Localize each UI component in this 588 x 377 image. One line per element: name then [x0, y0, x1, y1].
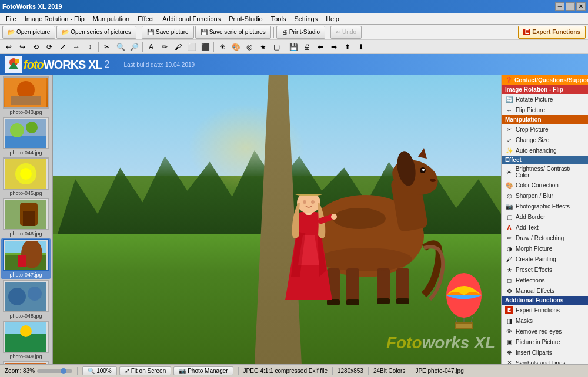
main-toolbar: 📂 Open picture 📂 Open series of pictures…	[0, 25, 588, 40]
down-icon-btn[interactable]: ⬇	[355, 41, 368, 53]
folder-open-icon: 📂	[8, 29, 15, 35]
maximize-button[interactable]: □	[566, 2, 575, 11]
list-item[interactable]: photo-050.jpg	[1, 361, 51, 364]
thumbnail-label: photo-044.jpg	[9, 149, 42, 156]
list-item[interactable]: photo-049.jpg	[1, 321, 51, 360]
menu-help[interactable]: Help	[322, 14, 343, 23]
list-item[interactable]: photo-047.jpg	[1, 238, 51, 279]
masks-item[interactable]: ◨ Masks	[502, 315, 588, 326]
picture-in-picture-item[interactable]: ▣ Picture in Picture	[502, 336, 588, 347]
up-icon-btn[interactable]: ⬆	[341, 41, 354, 53]
resize-icon-btn[interactable]: ⤢	[56, 41, 69, 53]
zoom-100-button[interactable]: 🔍 100%	[82, 366, 117, 375]
expert-functions-item[interactable]: E Expert Functions	[502, 305, 588, 315]
crop-picture-item[interactable]: ✂ Crop Picture	[502, 124, 588, 134]
select-icon-btn[interactable]: ⬜	[185, 41, 198, 53]
window-controls[interactable]: ─ □ ✕	[555, 2, 586, 11]
list-item[interactable]: photo-043.jpg	[1, 76, 51, 116]
auto-enhancing-item[interactable]: ✨ Auto enhancing	[502, 145, 588, 156]
list-item[interactable]: photo-044.jpg	[1, 117, 51, 156]
open-picture-button[interactable]: 📂 Open picture	[2, 26, 55, 39]
rotate-picture-item[interactable]: 🔄 Rotate Picture	[502, 94, 588, 105]
menu-tools[interactable]: Tools	[268, 14, 290, 23]
thumbnail-image	[3, 117, 49, 149]
svg-point-41	[430, 179, 436, 182]
list-item[interactable]: photo-046.jpg	[1, 198, 51, 237]
draw-retouching-item[interactable]: ✏ Draw / Retouching	[502, 233, 588, 243]
sharpen-icon-btn[interactable]: ◎	[243, 41, 256, 53]
red-eye-icon: 👁	[505, 327, 513, 335]
list-item[interactable]: photo-045.jpg	[1, 157, 51, 197]
photographic-effects-item[interactable]: 📷 Photographic Effects	[502, 201, 588, 211]
menu-print-studio[interactable]: Print-Studio	[225, 14, 266, 23]
menu-image-rotation[interactable]: Image Rotation - Flip	[21, 14, 88, 23]
open-series-button[interactable]: 📂 Open series of pictures	[56, 26, 136, 39]
sharpen-blur-item[interactable]: ◎ Sharpen / Blur	[502, 190, 588, 201]
flip-h-icon-btn[interactable]: ↔	[70, 41, 83, 53]
undo-icon: ↩	[336, 29, 340, 35]
print2-icon-btn[interactable]: 🖨	[300, 41, 313, 53]
prev-icon-btn[interactable]: ⬅	[314, 41, 327, 53]
save-series-button[interactable]: 💾 Save serie of pictures	[195, 26, 271, 39]
status-separator-2	[238, 367, 239, 375]
preset-effects-item[interactable]: ★ Preset Effects	[502, 264, 588, 275]
save-picture-button[interactable]: 💾 Save picture	[142, 26, 194, 39]
reflections-item[interactable]: ◻ Reflections	[502, 275, 588, 285]
flip-v-icon-btn[interactable]: ↕	[83, 41, 96, 53]
text-icon-btn[interactable]: A	[145, 41, 158, 53]
create-painting-item[interactable]: 🖌 Create Painting	[502, 254, 588, 264]
status-separator-3	[332, 367, 333, 375]
rotate-left-icon-btn[interactable]: ⟲	[29, 41, 42, 53]
thumbnail-image	[3, 198, 49, 230]
expert-functions-button[interactable]: E Expert Functions	[518, 26, 586, 39]
brightness-icon-btn[interactable]: ☀	[216, 41, 229, 53]
manual-effects-item[interactable]: ⚙ Manual Effects	[502, 285, 588, 296]
save2-icon-btn[interactable]: 💾	[287, 41, 300, 53]
color-correction-item[interactable]: 🎨 Color Correction	[502, 180, 588, 190]
undo-button[interactable]: ↩ Undo	[330, 26, 362, 39]
print-studio-button[interactable]: 🖨 Print-Studio	[276, 26, 325, 39]
add-border-item[interactable]: ▢ Add Border	[502, 211, 588, 222]
status-bar: Zoom: 83% 🔍 100% ⤢ Fit on Screen 📷 Photo…	[0, 364, 588, 377]
logo-icon	[5, 56, 22, 73]
redo-icon-btn[interactable]: ↪	[16, 41, 29, 53]
flip-picture-item[interactable]: ↔ Flip Picture	[502, 105, 588, 115]
undo-icon-btn[interactable]: ↩	[2, 41, 15, 53]
color-icon-btn[interactable]: 🎨	[229, 41, 242, 53]
border-icon-btn[interactable]: ▢	[270, 41, 283, 53]
menu-additional-functions[interactable]: Additional Functions	[159, 14, 224, 23]
photo-manager-button[interactable]: 📷 Photo Manager	[173, 366, 233, 375]
draw-icon-btn[interactable]: ✏	[158, 41, 171, 53]
symbols-lines-item[interactable]: ⧖ Symbols and Lines	[502, 358, 588, 364]
insert-cliparts-item[interactable]: ❋ Insert Cliparts	[502, 347, 588, 358]
next-icon-btn[interactable]: ➡	[328, 41, 340, 53]
morph-picture-item[interactable]: ◑ Morph Picture	[502, 243, 588, 254]
zoom-out-icon-btn[interactable]: 🔎	[128, 41, 141, 53]
close-button[interactable]: ✕	[576, 2, 586, 11]
zoom-in-icon-btn[interactable]: 🔍	[114, 41, 127, 53]
minimize-button[interactable]: ─	[555, 2, 564, 11]
menu-settings[interactable]: Settings	[290, 14, 321, 23]
thumbnail-sidebar[interactable]: photo-043.jpg photo-044.jpg photo-045.jp…	[0, 75, 53, 364]
menu-effect[interactable]: Effect	[134, 14, 158, 23]
brightness-item[interactable]: ☀ Brightness/ Contrast/ Color	[502, 164, 588, 180]
add-text-item[interactable]: A Add Text	[502, 222, 588, 233]
brush-icon-btn[interactable]: 🖌	[172, 41, 185, 53]
menu-file[interactable]: File	[2, 14, 20, 23]
zoom-slider[interactable]	[37, 369, 72, 373]
status-separator-1	[77, 367, 78, 375]
list-item[interactable]: photo-048.jpg	[1, 280, 51, 319]
remove-red-eyes-item[interactable]: 👁 Remove red eyes	[502, 326, 588, 336]
zoom-thumb[interactable]	[61, 368, 66, 374]
contact-header[interactable]: ❓ Contact/Questions/Support	[502, 75, 588, 85]
menu-manipulation[interactable]: Manipulation	[89, 14, 133, 23]
fit-screen-button[interactable]: ⤢ Fit on Screen	[119, 366, 171, 375]
thumbnail-image	[3, 280, 49, 312]
effects-icon-btn[interactable]: ★	[256, 41, 269, 53]
app-logo: fotoWORKS XL 2	[5, 56, 109, 73]
change-size-item[interactable]: ⤢ Change Size	[502, 134, 588, 145]
rotate-right-icon-btn[interactable]: ⟳	[43, 41, 56, 53]
fill-icon-btn[interactable]: ⬛	[199, 41, 212, 53]
draw-icon: ✏	[505, 234, 513, 242]
crop-icon-btn[interactable]: ✂	[101, 41, 113, 53]
